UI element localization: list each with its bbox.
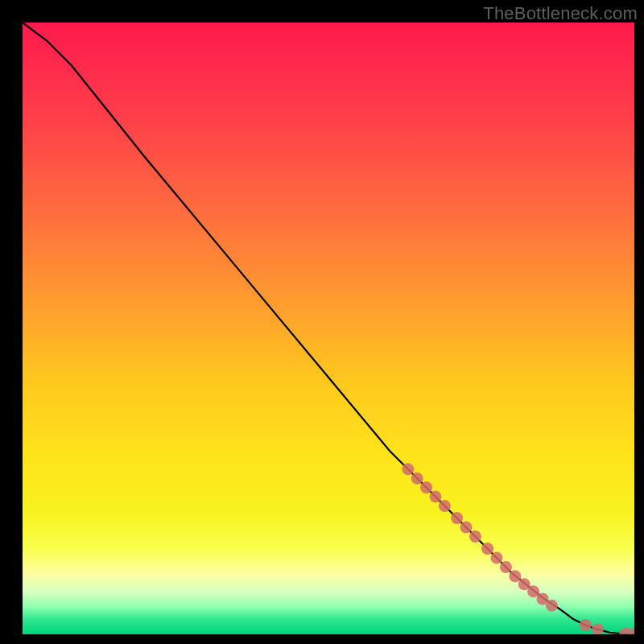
marker-dot <box>546 600 558 612</box>
marker-dot <box>500 561 512 573</box>
marker-dot <box>580 619 592 631</box>
marker-dot <box>481 543 493 555</box>
plot-area <box>23 23 634 634</box>
chart-svg <box>23 23 634 634</box>
marker-dot <box>411 473 423 485</box>
marker-dot <box>439 500 451 512</box>
marker-dot <box>420 481 432 493</box>
marker-dot <box>491 552 503 564</box>
marker-dot <box>509 570 521 582</box>
marker-dot <box>402 463 414 475</box>
watermark-text: TheBottleneck.com <box>483 3 638 24</box>
marker-dot <box>451 512 463 524</box>
marker-dot <box>430 491 442 503</box>
marker-dot <box>460 522 473 534</box>
chart-frame: TheBottleneck.com <box>0 0 644 644</box>
marker-dot <box>469 530 481 543</box>
gradient-background <box>23 23 634 634</box>
